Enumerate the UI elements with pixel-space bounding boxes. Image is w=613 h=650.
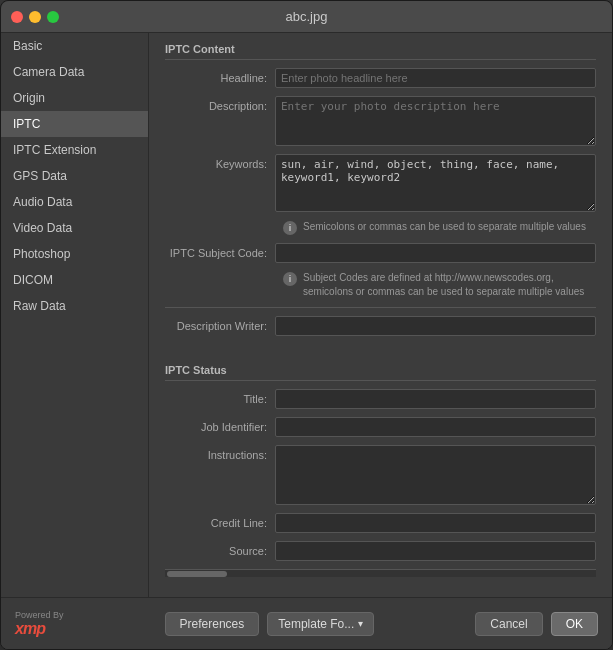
footer-branding: Powered By xmp <box>15 610 64 638</box>
description-writer-label: Description Writer: <box>165 316 275 332</box>
minimize-button[interactable] <box>29 11 41 23</box>
instructions-input[interactable] <box>275 445 596 505</box>
horizontal-scrollbar[interactable] <box>165 569 596 577</box>
footer: Powered By xmp Preferences Template Fo..… <box>1 597 612 649</box>
sidebar-item-basic[interactable]: Basic <box>1 33 148 59</box>
sidebar-item-audio-data[interactable]: Audio Data <box>1 189 148 215</box>
iptc-status-header: IPTC Status <box>165 364 596 381</box>
template-dropdown[interactable]: Template Fo... <box>267 612 374 636</box>
source-input[interactable] <box>275 541 596 561</box>
keywords-row: Keywords: sun, air, wind, object, thing,… <box>165 154 596 212</box>
headline-label: Headline: <box>165 68 275 84</box>
subject-code-info-row: i Subject Codes are defined at http://ww… <box>165 271 596 299</box>
iptc-content-section: IPTC Content Headline: Description: Keyw… <box>149 33 612 354</box>
instructions-label: Instructions: <box>165 445 275 461</box>
ok-button[interactable]: OK <box>551 612 598 636</box>
preferences-button[interactable]: Preferences <box>165 612 260 636</box>
h-scroll-thumb[interactable] <box>167 571 227 577</box>
subject-code-row: IPTC Subject Code: <box>165 243 596 263</box>
maximize-button[interactable] <box>47 11 59 23</box>
window-title: abc.jpg <box>286 9 328 24</box>
window-controls <box>11 11 59 23</box>
headline-row: Headline: <box>165 68 596 88</box>
cancel-button[interactable]: Cancel <box>475 612 542 636</box>
title-row: Title: <box>165 389 596 409</box>
sidebar-item-raw-data[interactable]: Raw Data <box>1 293 148 319</box>
description-row: Description: <box>165 96 596 146</box>
source-label: Source: <box>165 541 275 557</box>
description-writer-input[interactable] <box>275 316 596 336</box>
keywords-info-row: i Semicolons or commas can be used to se… <box>165 220 596 235</box>
job-id-label: Job Identifier: <box>165 417 275 433</box>
sidebar: Basic Camera Data Origin IPTC IPTC Exten… <box>1 33 149 597</box>
keywords-info-text: Semicolons or commas can be used to sepa… <box>303 220 596 234</box>
footer-center-controls: Preferences Template Fo... <box>165 612 375 636</box>
subject-code-input[interactable] <box>275 243 596 263</box>
content-area: IPTC Content Headline: Description: Keyw… <box>149 33 612 597</box>
iptc-content-header: IPTC Content <box>165 43 596 60</box>
close-button[interactable] <box>11 11 23 23</box>
job-id-row: Job Identifier: <box>165 417 596 437</box>
description-input[interactable] <box>275 96 596 146</box>
sidebar-item-dicom[interactable]: DICOM <box>1 267 148 293</box>
powered-by-text: Powered By <box>15 610 64 620</box>
source-row: Source: <box>165 541 596 561</box>
headline-input[interactable] <box>275 68 596 88</box>
subject-code-info-text: Subject Codes are defined at http://www.… <box>303 271 596 299</box>
main-content: Basic Camera Data Origin IPTC IPTC Exten… <box>1 33 612 597</box>
footer-right-controls: Cancel OK <box>475 612 598 636</box>
main-window: abc.jpg Basic Camera Data Origin IPTC IP… <box>0 0 613 650</box>
subject-code-label: IPTC Subject Code: <box>165 243 275 259</box>
sidebar-item-iptc-extension[interactable]: IPTC Extension <box>1 137 148 163</box>
sidebar-item-iptc[interactable]: IPTC <box>1 111 148 137</box>
iptc-status-section: IPTC Status Title: Job Identifier: Instr… <box>149 354 612 587</box>
sidebar-item-origin[interactable]: Origin <box>1 85 148 111</box>
keywords-input[interactable]: sun, air, wind, object, thing, face, nam… <box>275 154 596 212</box>
sidebar-item-gps-data[interactable]: GPS Data <box>1 163 148 189</box>
keywords-info-icon: i <box>283 221 297 235</box>
sidebar-item-video-data[interactable]: Video Data <box>1 215 148 241</box>
instructions-row: Instructions: <box>165 445 596 505</box>
title-label: Title: <box>165 389 275 405</box>
title-input[interactable] <box>275 389 596 409</box>
job-id-input[interactable] <box>275 417 596 437</box>
sidebar-item-photoshop[interactable]: Photoshop <box>1 241 148 267</box>
keywords-label: Keywords: <box>165 154 275 170</box>
sidebar-item-camera-data[interactable]: Camera Data <box>1 59 148 85</box>
subject-code-info-icon: i <box>283 272 297 286</box>
description-writer-row: Description Writer: <box>165 316 596 336</box>
credit-line-label: Credit Line: <box>165 513 275 529</box>
xmp-logo: xmp <box>15 620 45 638</box>
credit-line-input[interactable] <box>275 513 596 533</box>
description-label: Description: <box>165 96 275 112</box>
section-divider <box>165 307 596 308</box>
credit-line-row: Credit Line: <box>165 513 596 533</box>
titlebar: abc.jpg <box>1 1 612 33</box>
